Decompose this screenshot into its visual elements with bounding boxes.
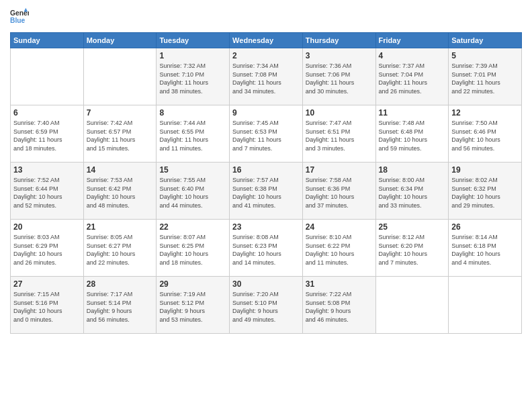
calendar-cell: 2Sunrise: 7:34 AM Sunset: 7:08 PM Daylig… [230,48,303,105]
cell-content: Sunrise: 7:53 AM Sunset: 6:42 PM Dayligh… [87,176,154,210]
calendar-week-row: 27Sunrise: 7:15 AM Sunset: 5:16 PM Dayli… [11,277,522,334]
day-number: 6 [13,108,81,118]
calendar-cell: 19Sunrise: 8:02 AM Sunset: 6:32 PM Dayli… [449,163,522,220]
day-number: 30 [232,279,300,289]
cell-content: Sunrise: 7:34 AM Sunset: 7:08 PM Dayligh… [232,62,300,95]
calendar-cell: 17Sunrise: 7:58 AM Sunset: 6:36 PM Dayli… [302,163,375,220]
day-number: 16 [232,165,300,175]
day-number: 18 [379,165,446,175]
calendar-cell: 18Sunrise: 8:00 AM Sunset: 6:34 PM Dayli… [375,163,449,220]
cell-content: Sunrise: 7:20 AM Sunset: 5:10 PM Dayligh… [232,290,300,324]
day-number: 13 [13,165,81,175]
weekday-header: Saturday [449,33,522,48]
cell-content: Sunrise: 7:48 AM Sunset: 6:48 PM Dayligh… [379,119,446,152]
day-number: 2 [232,51,300,60]
cell-content: Sunrise: 8:08 AM Sunset: 6:23 PM Dayligh… [232,233,300,267]
weekday-header: Friday [375,33,449,48]
calendar-cell: 12Sunrise: 7:50 AM Sunset: 6:46 PM Dayli… [449,105,522,163]
calendar-cell: 16Sunrise: 7:57 AM Sunset: 6:38 PM Dayli… [230,163,303,220]
cell-content: Sunrise: 8:05 AM Sunset: 6:27 PM Dayligh… [87,233,154,267]
cell-content: Sunrise: 7:37 AM Sunset: 7:04 PM Dayligh… [379,62,446,95]
calendar-week-row: 13Sunrise: 7:52 AM Sunset: 6:44 PM Dayli… [11,163,522,220]
cell-content: Sunrise: 8:00 AM Sunset: 6:34 PM Dayligh… [379,176,446,210]
calendar-cell: 9Sunrise: 7:45 AM Sunset: 6:53 PM Daylig… [230,105,303,163]
calendar-cell: 24Sunrise: 8:10 AM Sunset: 6:22 PM Dayli… [302,220,375,277]
calendar-cell [11,48,84,105]
cell-content: Sunrise: 7:22 AM Sunset: 5:08 PM Dayligh… [306,290,373,324]
weekday-header: Thursday [302,33,375,48]
day-number: 22 [159,222,226,232]
cell-content: Sunrise: 8:10 AM Sunset: 6:22 PM Dayligh… [306,233,373,267]
day-number: 31 [306,279,373,289]
calendar-cell: 23Sunrise: 8:08 AM Sunset: 6:23 PM Dayli… [230,220,303,277]
cell-content: Sunrise: 7:36 AM Sunset: 7:06 PM Dayligh… [306,62,373,95]
weekday-header: Wednesday [230,33,303,48]
calendar-cell: 1Sunrise: 7:32 AM Sunset: 7:10 PM Daylig… [157,48,230,105]
logo-icon: General Blue [10,7,29,26]
day-number: 23 [232,222,300,232]
day-number: 27 [13,279,81,289]
cell-content: Sunrise: 7:50 AM Sunset: 6:46 PM Dayligh… [451,119,519,152]
header: General Blue [10,7,522,26]
calendar-cell: 29Sunrise: 7:19 AM Sunset: 5:12 PM Dayli… [157,277,230,334]
weekday-header-row: SundayMondayTuesdayWednesdayThursdayFrid… [11,33,522,48]
svg-text:Blue: Blue [10,17,26,24]
cell-content: Sunrise: 7:39 AM Sunset: 7:01 PM Dayligh… [451,62,519,95]
day-number: 29 [159,279,226,289]
cell-content: Sunrise: 8:03 AM Sunset: 6:29 PM Dayligh… [13,233,81,267]
day-number: 10 [306,108,373,118]
calendar-cell: 20Sunrise: 8:03 AM Sunset: 6:29 PM Dayli… [11,220,84,277]
calendar-cell: 3Sunrise: 7:36 AM Sunset: 7:06 PM Daylig… [302,48,375,105]
calendar-week-row: 6Sunrise: 7:40 AM Sunset: 6:59 PM Daylig… [11,105,522,163]
day-number: 26 [451,222,519,232]
cell-content: Sunrise: 8:07 AM Sunset: 6:25 PM Dayligh… [159,233,226,267]
cell-content: Sunrise: 7:58 AM Sunset: 6:36 PM Dayligh… [306,176,373,210]
day-number: 8 [159,108,226,118]
calendar-container: General Blue SundayMondayTuesdayWednesda… [0,0,532,344]
calendar-cell: 5Sunrise: 7:39 AM Sunset: 7:01 PM Daylig… [449,48,522,105]
calendar-cell: 7Sunrise: 7:42 AM Sunset: 6:57 PM Daylig… [83,105,157,163]
cell-content: Sunrise: 7:19 AM Sunset: 5:12 PM Dayligh… [159,290,226,324]
calendar-cell: 25Sunrise: 8:12 AM Sunset: 6:20 PM Dayli… [375,220,449,277]
day-number: 25 [379,222,446,232]
day-number: 12 [451,108,519,118]
cell-content: Sunrise: 7:44 AM Sunset: 6:55 PM Dayligh… [159,119,226,152]
cell-content: Sunrise: 7:17 AM Sunset: 5:14 PM Dayligh… [87,290,154,324]
day-number: 20 [13,222,81,232]
cell-content: Sunrise: 7:32 AM Sunset: 7:10 PM Dayligh… [159,62,226,95]
cell-content: Sunrise: 7:15 AM Sunset: 5:16 PM Dayligh… [13,290,81,324]
weekday-header: Sunday [11,33,84,48]
calendar-cell: 15Sunrise: 7:55 AM Sunset: 6:40 PM Dayli… [157,163,230,220]
cell-content: Sunrise: 7:52 AM Sunset: 6:44 PM Dayligh… [13,176,81,210]
calendar-cell: 28Sunrise: 7:17 AM Sunset: 5:14 PM Dayli… [83,277,157,334]
cell-content: Sunrise: 7:55 AM Sunset: 6:40 PM Dayligh… [159,176,226,210]
day-number: 19 [451,165,519,175]
day-number: 3 [306,51,373,60]
cell-content: Sunrise: 8:02 AM Sunset: 6:32 PM Dayligh… [451,176,519,210]
day-number: 15 [159,165,226,175]
day-number: 5 [451,51,519,60]
day-number: 11 [379,108,446,118]
calendar-cell [449,277,522,334]
calendar-cell: 30Sunrise: 7:20 AM Sunset: 5:10 PM Dayli… [230,277,303,334]
cell-content: Sunrise: 7:45 AM Sunset: 6:53 PM Dayligh… [232,119,300,152]
day-number: 24 [306,222,373,232]
weekday-header: Tuesday [157,33,230,48]
cell-content: Sunrise: 7:42 AM Sunset: 6:57 PM Dayligh… [87,119,154,152]
day-number: 14 [87,165,154,175]
day-number: 21 [87,222,154,232]
calendar-cell: 14Sunrise: 7:53 AM Sunset: 6:42 PM Dayli… [83,163,157,220]
cell-content: Sunrise: 7:47 AM Sunset: 6:51 PM Dayligh… [306,119,373,152]
calendar-cell: 21Sunrise: 8:05 AM Sunset: 6:27 PM Dayli… [83,220,157,277]
cell-content: Sunrise: 8:14 AM Sunset: 6:18 PM Dayligh… [451,233,519,267]
calendar-cell: 26Sunrise: 8:14 AM Sunset: 6:18 PM Dayli… [449,220,522,277]
calendar-cell [83,48,157,105]
calendar-cell: 10Sunrise: 7:47 AM Sunset: 6:51 PM Dayli… [302,105,375,163]
day-number: 4 [379,51,446,60]
logo: General Blue [10,7,29,26]
calendar-cell: 22Sunrise: 8:07 AM Sunset: 6:25 PM Dayli… [157,220,230,277]
calendar-cell: 27Sunrise: 7:15 AM Sunset: 5:16 PM Dayli… [11,277,84,334]
weekday-header: Monday [83,33,157,48]
calendar-week-row: 20Sunrise: 8:03 AM Sunset: 6:29 PM Dayli… [11,220,522,277]
calendar-cell: 8Sunrise: 7:44 AM Sunset: 6:55 PM Daylig… [157,105,230,163]
